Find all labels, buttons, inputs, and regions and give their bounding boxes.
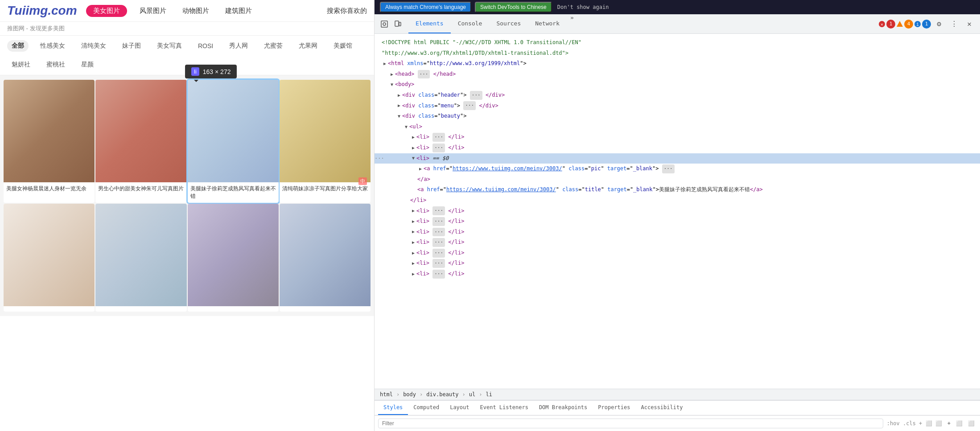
bottom-tab-dom-breakpoints[interactable]: DOM Breakpoints [534, 401, 593, 415]
dom-li-4[interactable]: ▶ <li> ··· </li> [375, 216, 980, 227]
cat-pure[interactable]: 清纯美女 [77, 40, 111, 52]
breadcrumb-body[interactable]: body [401, 391, 418, 398]
cat-mitao[interactable]: 蜜桃社 [42, 59, 70, 70]
li8-ellipsis[interactable]: ··· [432, 259, 445, 268]
image-card-3[interactable]: 美腿妹子徐莉芝成熟风写真看起来不错 [188, 80, 279, 203]
cat-photo[interactable]: 美女写真 [152, 40, 186, 52]
image-card-1[interactable]: 美腿女神杨晨晨迷人身材一览无余 [4, 80, 95, 203]
image-card-4[interactable]: 中 清纯萌妹凉凉子写真图片分享给大家 [280, 80, 371, 203]
cat-xiuren[interactable]: 秀人网 [225, 40, 252, 52]
dom-div-beauty[interactable]: ▼ <div class =" beauty "> [375, 111, 980, 122]
li5-ellipsis[interactable]: ··· [432, 228, 445, 237]
a-pic-toggle[interactable]: ▶ [417, 166, 424, 172]
dom-body[interactable]: ▼ <body> [375, 79, 980, 90]
li2-ellipsis[interactable]: ··· [432, 144, 445, 152]
li-selected-toggle[interactable]: ▼ [410, 155, 416, 161]
cat-xingyan[interactable]: 星颜 [77, 59, 98, 70]
close-devtools-btn[interactable]: ✕ [963, 18, 976, 30]
div-menu-ellipsis[interactable]: ··· [463, 101, 476, 110]
image-card-8[interactable] [280, 204, 371, 312]
a-pic-ellipsis[interactable]: ··· [662, 164, 675, 173]
li9-ellipsis[interactable]: ··· [432, 270, 445, 279]
image-card-5[interactable] [4, 204, 95, 312]
dom-a-title[interactable]: <a href =" https://www.tuiimg.com/meinv/… [375, 185, 980, 195]
html-toggle[interactable]: ▶ [382, 61, 388, 67]
li1-toggle[interactable]: ▶ [410, 134, 416, 140]
li2-toggle[interactable]: ▶ [410, 145, 416, 151]
dom-li-8[interactable]: ▶ <li> ··· </li> [375, 258, 980, 269]
dom-a-pic[interactable]: ▶ <a href =" https://www.tuiimg.com/mein… [375, 164, 980, 174]
dom-ul[interactable]: ▼ <ul> [375, 122, 980, 132]
lang-dismiss-btn[interactable]: Don't show again [557, 4, 609, 10]
dom-div-header[interactable]: ▶ <div class =" header "> ··· </div> [375, 90, 980, 101]
dom-li-1[interactable]: ▶ <li> ··· </li> [375, 132, 980, 143]
inspect-element-btn[interactable] [378, 18, 391, 30]
li3-ellipsis[interactable]: ··· [432, 206, 445, 215]
filter-icon-1[interactable]: + [946, 419, 952, 427]
li3-toggle[interactable]: ▶ [410, 208, 416, 214]
cat-rosi[interactable]: ROSI [194, 41, 218, 51]
li7-toggle[interactable]: ▶ [410, 250, 416, 256]
div-menu-toggle[interactable]: ▶ [396, 103, 402, 109]
ul-toggle[interactable]: ▼ [403, 124, 409, 130]
li4-ellipsis[interactable]: ··· [432, 217, 445, 226]
filter-icon-2[interactable]: ⬜ [954, 419, 964, 427]
nav-item-beauty[interactable]: 美女图片 [86, 5, 127, 17]
cat-sexy[interactable]: 性感美女 [36, 40, 70, 52]
nav-item-animal[interactable]: 动物图片 [179, 5, 213, 17]
lang-switch-btn[interactable]: Switch DevTools to Chinese [475, 2, 552, 12]
dom-a-close[interactable]: </a> [375, 174, 980, 185]
breadcrumb-li[interactable]: li [484, 391, 494, 398]
tab-console[interactable]: Console [451, 14, 490, 33]
filter-icon-3[interactable]: ⬜ [966, 419, 976, 427]
bottom-tab-properties[interactable]: Properties [593, 401, 635, 415]
dom-li-end[interactable]: </li> [375, 195, 980, 206]
dom-a-pic-href-val[interactable]: https://www.tuiimg.com/meinv/3003/ [453, 164, 562, 174]
div-header-toggle[interactable]: ▶ [396, 92, 402, 99]
tab-network[interactable]: Network [528, 14, 567, 33]
cat-meizi[interactable]: 妹子图 [118, 40, 145, 52]
dom-head[interactable]: ▶ <head> ··· </head> [375, 69, 980, 80]
dom-li-7[interactable]: ▶ <li> ··· </li> [375, 248, 980, 259]
head-toggle[interactable]: ▶ [389, 71, 395, 78]
dom-tree[interactable]: <!DOCTYPE html PUBLIC "-//W3C//DTD XHTML… [375, 34, 980, 389]
bottom-tab-layout[interactable]: Layout [445, 401, 474, 415]
image-card-2[interactable]: 男生心中的甜美女神朱可儿写真图片 [95, 80, 186, 203]
bottom-tab-event-listeners[interactable]: Event Listeners [475, 401, 534, 415]
li4-toggle[interactable]: ▶ [410, 218, 416, 225]
cat-meiyan[interactable]: 魅妍社 [7, 59, 35, 70]
div-header-ellipsis[interactable]: ··· [470, 91, 482, 100]
tab-elements[interactable]: Elements [408, 14, 451, 33]
dom-a-title-href-val[interactable]: https://www.tuiimg.com/meinv/3003/ [446, 185, 556, 195]
breadcrumb-html[interactable]: html [378, 391, 395, 398]
lang-match-btn[interactable]: Always match Chrome's language [380, 2, 471, 12]
li7-ellipsis[interactable]: ··· [432, 249, 445, 258]
dom-li-9[interactable]: ▶ <li> ··· </li> [375, 269, 980, 279]
dom-li-2[interactable]: ▶ <li> ··· </li> [375, 143, 980, 153]
device-toggle-btn[interactable] [391, 18, 404, 30]
nav-item-building[interactable]: 建筑图片 [222, 5, 255, 17]
dom-html[interactable]: ▶ <html xmlns =" http://www.w3.org/1999/… [375, 58, 980, 69]
div-beauty-toggle[interactable]: ▼ [396, 113, 402, 119]
li8-toggle[interactable]: ▶ [410, 260, 416, 267]
dom-li-6[interactable]: ▶ <li> ··· </li> [375, 237, 980, 248]
dom-div-menu[interactable]: ▶ <div class =" menu "> ··· </div> [375, 101, 980, 111]
nav-item-scenery[interactable]: 风景图片 [136, 5, 170, 17]
more-options-btn[interactable]: ⋮ [948, 18, 960, 30]
dom-li-3[interactable]: ▶ <li> ··· </li> [375, 206, 980, 217]
cat-youmi[interactable]: 尤蜜荟 [259, 40, 287, 52]
li6-ellipsis[interactable]: ··· [432, 238, 445, 247]
dom-li-selected[interactable]: ··· ▼ <li> == $0 [375, 153, 980, 164]
image-card-6[interactable] [95, 204, 186, 312]
li9-toggle[interactable]: ▶ [410, 271, 416, 277]
li6-toggle[interactable]: ▶ [410, 239, 416, 246]
bottom-tab-computed[interactable]: Computed [408, 401, 445, 415]
li1-ellipsis[interactable]: ··· [432, 133, 445, 142]
bottom-tab-accessibility[interactable]: Accessibility [636, 401, 688, 415]
image-card-7[interactable] [188, 204, 279, 312]
bottom-tab-styles[interactable]: Styles [378, 401, 408, 415]
settings-btn[interactable]: ⚙ [933, 18, 945, 30]
cat-youguo[interactable]: 尤果网 [294, 40, 322, 52]
head-ellipsis[interactable]: ··· [418, 70, 430, 79]
tab-sources[interactable]: Sources [489, 14, 528, 33]
